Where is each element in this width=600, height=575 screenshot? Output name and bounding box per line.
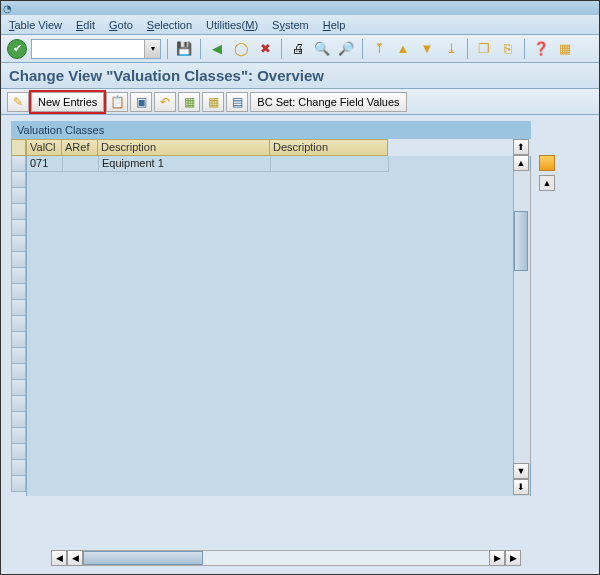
table-title: Valuation Classes bbox=[11, 121, 531, 139]
command-field[interactable]: ▾ bbox=[31, 39, 161, 59]
scroll-top-icon[interactable]: ⬆ bbox=[513, 139, 529, 155]
bc-set-button[interactable]: BC Set: Change Field Values bbox=[250, 92, 406, 112]
scroll-left-end-icon[interactable]: ◀ bbox=[51, 550, 67, 566]
row-selector[interactable] bbox=[11, 268, 26, 284]
cell-desc1[interactable]: Equipment 1 bbox=[99, 156, 271, 172]
horizontal-scroll: ◀ ◀ ▶ ▶ bbox=[51, 550, 521, 566]
vertical-scroll: ⬆ ▲ ▼ ⬇ bbox=[513, 139, 531, 495]
exit-icon[interactable]: ◯ bbox=[231, 39, 251, 59]
row-headers bbox=[11, 139, 26, 496]
shortcut-icon[interactable]: ⎘ bbox=[498, 39, 518, 59]
scroll-left-icon[interactable]: ◀ bbox=[67, 550, 83, 566]
menu-selection[interactable]: Selection bbox=[147, 19, 192, 31]
table-container: Valuation Classes bbox=[11, 121, 531, 496]
corner-cell[interactable] bbox=[11, 139, 26, 156]
scroll-right-end-icon[interactable]: ▶ bbox=[505, 550, 521, 566]
copy-as-button[interactable]: 📋 bbox=[106, 92, 128, 112]
separator bbox=[167, 39, 168, 59]
row-selector[interactable] bbox=[11, 188, 26, 204]
cancel-icon[interactable]: ✖ bbox=[255, 39, 275, 59]
row-selector[interactable] bbox=[11, 332, 26, 348]
create-session-icon[interactable]: ❐ bbox=[474, 39, 494, 59]
delete-button[interactable]: ▣ bbox=[130, 92, 152, 112]
undo-button[interactable]: ↶ bbox=[154, 92, 176, 112]
vscroll-thumb[interactable] bbox=[514, 211, 528, 271]
menu-system[interactable]: System bbox=[272, 19, 309, 31]
table-header: ValCl ARef Description Description bbox=[26, 139, 531, 156]
cell-valcl[interactable]: 071 bbox=[27, 156, 63, 172]
page-title: Change View "Valuation Classes": Overvie… bbox=[9, 67, 324, 84]
separator bbox=[200, 39, 201, 59]
standard-toolbar: ✔ ▾ 💾 ◀ ◯ ✖ 🖨 🔍 🔎 ⤒ ▲ ▼ ⤓ ❐ ⎘ ❓ ▦ bbox=[1, 35, 599, 63]
row-selector[interactable] bbox=[11, 428, 26, 444]
row-selector[interactable] bbox=[11, 348, 26, 364]
row-selector[interactable] bbox=[11, 300, 26, 316]
application-toolbar: ✎ New Entries 📋 ▣ ↶ ▦ ▦ ▤ BC Set: Change… bbox=[1, 89, 599, 115]
row-selector[interactable] bbox=[11, 364, 26, 380]
table-settings-icon[interactable] bbox=[539, 155, 555, 171]
row-selector[interactable] bbox=[11, 172, 26, 188]
page-title-bar: Change View "Valuation Classes": Overvie… bbox=[1, 63, 599, 89]
row-selector[interactable] bbox=[11, 412, 26, 428]
print-icon[interactable]: 🖨 bbox=[288, 39, 308, 59]
row-selector[interactable] bbox=[11, 284, 26, 300]
menu-table-view[interactable]: Table View bbox=[9, 19, 62, 31]
sap-logo-icon: ◔ bbox=[3, 3, 12, 14]
row-selector[interactable] bbox=[11, 316, 26, 332]
enter-button[interactable]: ✔ bbox=[7, 39, 27, 59]
col-header-desc1[interactable]: Description bbox=[98, 139, 270, 156]
row-selector[interactable] bbox=[11, 220, 26, 236]
row-selector[interactable] bbox=[11, 460, 26, 476]
menu-utilities[interactable]: Utilities(M) bbox=[206, 19, 258, 31]
scroll-right-icon[interactable]: ▶ bbox=[489, 550, 505, 566]
first-page-icon[interactable]: ⤒ bbox=[369, 39, 389, 59]
separator bbox=[362, 39, 363, 59]
row-selector[interactable] bbox=[11, 380, 26, 396]
cell-aref[interactable] bbox=[63, 156, 99, 172]
scroll-down-icon[interactable]: ▼ bbox=[513, 463, 529, 479]
window-title-bar: ◔ bbox=[1, 1, 599, 15]
last-page-icon[interactable]: ⤓ bbox=[441, 39, 461, 59]
content-area: Valuation Classes bbox=[1, 115, 599, 574]
col-header-valcl[interactable]: ValCl bbox=[26, 139, 62, 156]
row-selector[interactable] bbox=[11, 444, 26, 460]
col-header-aref[interactable]: ARef bbox=[62, 139, 98, 156]
col-header-desc2[interactable]: Description bbox=[270, 139, 388, 156]
customize-layout-icon[interactable]: ▦ bbox=[555, 39, 575, 59]
next-page-icon[interactable]: ▼ bbox=[417, 39, 437, 59]
vscroll-track[interactable] bbox=[513, 171, 531, 463]
hscroll-track[interactable] bbox=[83, 550, 489, 566]
row-selector[interactable] bbox=[11, 396, 26, 412]
deselect-all-button[interactable]: ▦ bbox=[202, 92, 224, 112]
grid: ValCl ARef Description Description 071 E… bbox=[26, 139, 531, 496]
row-selector[interactable] bbox=[11, 476, 26, 492]
scroll-bottom-icon[interactable]: ⬇ bbox=[513, 479, 529, 495]
scroll-page-up-icon[interactable]: ▲ bbox=[539, 175, 555, 191]
print-list-button[interactable]: ▤ bbox=[226, 92, 248, 112]
select-all-button[interactable]: ▦ bbox=[178, 92, 200, 112]
scroll-up-icon[interactable]: ▲ bbox=[513, 155, 529, 171]
new-entries-button[interactable]: New Entries bbox=[31, 92, 104, 112]
prev-page-icon[interactable]: ▲ bbox=[393, 39, 413, 59]
menu-edit[interactable]: Edit bbox=[76, 19, 95, 31]
find-icon[interactable]: 🔍 bbox=[312, 39, 332, 59]
table-body: 071 Equipment 1 bbox=[26, 156, 531, 496]
separator bbox=[524, 39, 525, 59]
back-icon[interactable]: ◀ bbox=[207, 39, 227, 59]
change-button[interactable]: ✎ bbox=[7, 92, 29, 112]
save-icon[interactable]: 💾 bbox=[174, 39, 194, 59]
row-selector[interactable] bbox=[11, 204, 26, 220]
hscroll-thumb[interactable] bbox=[83, 551, 203, 565]
row-selector[interactable] bbox=[11, 236, 26, 252]
row-selector[interactable] bbox=[11, 252, 26, 268]
menu-bar: Table View Edit Goto Selection Utilities… bbox=[1, 15, 599, 35]
menu-goto[interactable]: Goto bbox=[109, 19, 133, 31]
table-row[interactable]: 071 Equipment 1 bbox=[27, 156, 530, 172]
menu-help[interactable]: Help bbox=[323, 19, 346, 31]
row-selector[interactable] bbox=[11, 156, 26, 172]
command-dropdown-icon[interactable]: ▾ bbox=[144, 40, 160, 58]
find-next-icon[interactable]: 🔎 bbox=[336, 39, 356, 59]
cell-desc2[interactable] bbox=[271, 156, 389, 172]
help-icon[interactable]: ❓ bbox=[531, 39, 551, 59]
separator bbox=[467, 39, 468, 59]
